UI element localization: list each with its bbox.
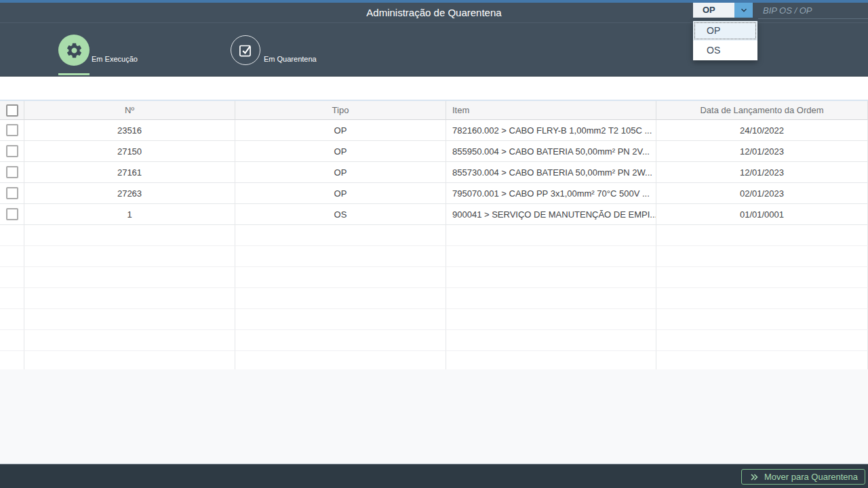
table-empty-row xyxy=(0,288,868,309)
type-select-value: OP xyxy=(693,3,734,18)
empty-cell xyxy=(0,330,24,351)
cell-item: 900041 > SERVIÇO DE MANUTENÇÃO DE EMPI..… xyxy=(446,204,656,225)
cell-tipo: OP xyxy=(235,141,446,162)
empty-cell xyxy=(235,225,446,246)
empty-cell xyxy=(0,225,24,246)
empty-cell xyxy=(656,351,868,369)
empty-cell xyxy=(235,330,446,351)
table-empty-row xyxy=(0,351,868,369)
empty-cell xyxy=(0,288,24,309)
cell-numero: 1 xyxy=(24,204,235,225)
table-row[interactable]: 27161 OP 855730.004 > CABO BATERIA 50,00… xyxy=(0,162,868,183)
empty-cell xyxy=(446,267,656,288)
row-checkbox[interactable] xyxy=(6,166,18,178)
chevron-down-icon[interactable] xyxy=(734,3,753,18)
column-header-item: Item xyxy=(446,101,656,120)
select-all-checkbox[interactable] xyxy=(6,104,18,117)
move-to-quarantine-button[interactable]: Mover para Quarentena xyxy=(741,469,865,485)
checkbox-cell xyxy=(0,120,24,141)
table-row[interactable]: 27150 OP 855950.004 > CABO BATERIA 50,00… xyxy=(0,141,868,162)
table-header-row: Nº Tipo Item Data de Lançamento da Ordem xyxy=(0,101,868,120)
empty-cell xyxy=(656,330,868,351)
table-row[interactable]: 27263 OP 795070.001 > CABO PP 3x1,00mm² … xyxy=(0,183,868,204)
empty-cell xyxy=(24,267,235,288)
table-empty-row xyxy=(0,330,868,351)
type-select[interactable]: OP xyxy=(693,3,753,18)
footer-bar: Mover para Quarentena xyxy=(0,464,868,488)
column-header-numero: Nº xyxy=(24,101,235,120)
empty-cell xyxy=(446,288,656,309)
cell-tipo: OS xyxy=(235,204,446,225)
dropdown-option-op[interactable]: OP xyxy=(693,21,757,41)
move-button-label: Mover para Quarentena xyxy=(764,472,858,482)
table-empty-row xyxy=(0,267,868,288)
scan-input[interactable] xyxy=(758,3,868,19)
empty-cell xyxy=(24,330,235,351)
checkbox-cell xyxy=(0,141,24,162)
checkbox-cell xyxy=(0,162,24,183)
empty-cell xyxy=(24,225,235,246)
empty-cell xyxy=(24,288,235,309)
table-row[interactable]: 23516 OP 782160.002 > CABO FLRY-B 1,00mm… xyxy=(0,120,868,141)
cell-data: 12/01/2023 xyxy=(656,141,868,162)
table-empty-row xyxy=(0,246,868,267)
type-select-dropdown: OP OS xyxy=(693,21,757,60)
cell-data: 01/01/0001 xyxy=(656,204,868,225)
empty-cell xyxy=(24,246,235,267)
cell-tipo: OP xyxy=(235,183,446,204)
table-toolbar-area xyxy=(0,77,868,100)
empty-cell xyxy=(656,309,868,330)
gear-icon xyxy=(58,35,90,66)
cell-tipo: OP xyxy=(235,162,446,183)
column-header-tipo: Tipo xyxy=(235,101,446,120)
tab-em-execucao[interactable]: Em Execução xyxy=(27,23,115,76)
empty-cell xyxy=(235,267,446,288)
cell-data: 12/01/2023 xyxy=(656,162,868,183)
cell-numero: 27263 xyxy=(24,183,235,204)
empty-cell xyxy=(656,225,868,246)
check-square-icon xyxy=(231,35,260,65)
empty-cell xyxy=(0,309,24,330)
cell-item: 782160.002 > CABO FLRY-B 1,00mm2 T2 105C… xyxy=(446,120,656,141)
empty-cell xyxy=(446,225,656,246)
empty-cell xyxy=(446,330,656,351)
column-header-data-lancamento: Data de Lançamento da Ordem xyxy=(656,101,868,120)
empty-cell xyxy=(446,246,656,267)
table-row[interactable]: 1 OS 900041 > SERVIÇO DE MANUTENÇÃO DE E… xyxy=(0,204,868,225)
select-all-header-cell xyxy=(0,101,24,120)
empty-cell xyxy=(235,246,446,267)
cell-item: 855730.004 > CABO BATERIA 50,00mm² PN 2W… xyxy=(446,162,656,183)
tab-em-quarentena[interactable]: Em Quarentena xyxy=(115,23,210,76)
row-checkbox[interactable] xyxy=(6,208,18,220)
cell-numero: 23516 xyxy=(24,120,235,141)
empty-cell xyxy=(446,351,656,369)
tab-label-em-quarentena: Em Quarentena xyxy=(264,55,317,63)
row-checkbox[interactable] xyxy=(6,187,18,199)
app-window: Administração de Quarentena OP OP OS Em … xyxy=(0,0,868,488)
table-empty-row xyxy=(0,309,868,330)
cell-item: 855950.004 > CABO BATERIA 50,00mm² PN 2V… xyxy=(446,141,656,162)
cell-data: 24/10/2022 xyxy=(656,120,868,141)
active-tab-underline xyxy=(58,73,90,75)
cell-numero: 27161 xyxy=(24,162,235,183)
empty-cell xyxy=(446,309,656,330)
empty-cell xyxy=(24,309,235,330)
row-checkbox[interactable] xyxy=(6,124,18,136)
cell-tipo: OP xyxy=(235,120,446,141)
cell-item: 795070.001 > CABO PP 3x1,00mm² 70°C 500V… xyxy=(446,183,656,204)
double-chevron-right-icon xyxy=(749,472,760,483)
empty-cell xyxy=(656,267,868,288)
dropdown-option-os[interactable]: OS xyxy=(693,41,757,60)
cell-numero: 27150 xyxy=(24,141,235,162)
empty-cell xyxy=(0,351,24,369)
orders-table: Nº Tipo Item Data de Lançamento da Ordem… xyxy=(0,100,868,369)
table-empty-row xyxy=(0,225,868,246)
empty-cell xyxy=(24,351,235,369)
table-empty-rows xyxy=(0,225,868,369)
empty-cell xyxy=(0,267,24,288)
row-checkbox[interactable] xyxy=(6,145,18,157)
checkbox-cell xyxy=(0,204,24,225)
empty-cell xyxy=(656,288,868,309)
empty-cell xyxy=(235,351,446,369)
checkbox-cell xyxy=(0,183,24,204)
